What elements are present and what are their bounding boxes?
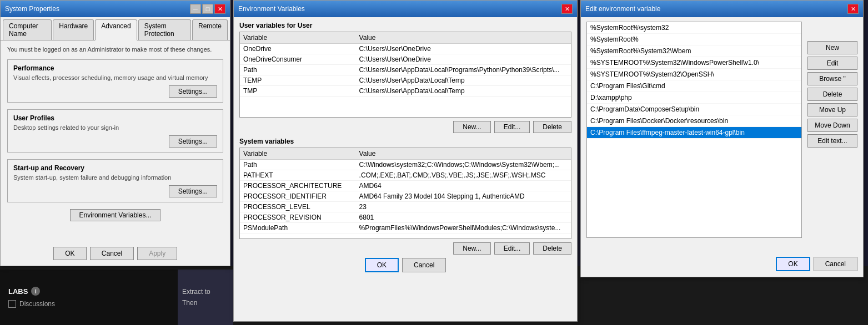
user-vars-new-button[interactable]: New... <box>453 121 490 133</box>
edit-env-list-container[interactable]: %SystemRoot%\system32%SystemRoot%%System… <box>586 22 802 238</box>
edit-env-dialog: Edit environment variable ✕ %SystemRoot%… <box>580 0 864 277</box>
list-item[interactable]: %SystemRoot%\System32\Wbem <box>587 45 801 57</box>
system-props-apply-button[interactable]: Apply <box>137 247 177 260</box>
user-vars-col-value: Value <box>356 32 571 44</box>
list-item[interactable]: C:\Program Files\Git\cmd <box>587 80 801 92</box>
maximize-button[interactable]: □ <box>202 4 213 14</box>
sys-vars-col-value: Value <box>356 148 571 160</box>
table-row[interactable]: TMPC:\Users\User\AppData\Local\Temp <box>240 86 571 97</box>
table-row[interactable]: OneDriveC:\Users\User\OneDrive <box>240 44 571 54</box>
tab-system-protection[interactable]: System Protection <box>138 19 191 40</box>
cell-value: C:\Users\User\AppData\Local\Temp <box>356 75 571 86</box>
close-button[interactable]: ✕ <box>214 4 225 14</box>
sys-vars-edit-button[interactable]: Edit... <box>494 242 530 255</box>
env-vars-dialog: Environment Variables ✕ User variables f… <box>233 0 578 322</box>
table-row[interactable]: TEMPC:\Users\User\AppData\Local\Temp <box>240 75 571 86</box>
edit-env-titlebar-buttons: ✕ <box>847 4 859 14</box>
edit-env-delete-button[interactable]: Delete <box>807 88 857 101</box>
user-profiles-desc: Desktop settings related to your sign-in <box>13 124 217 131</box>
table-row[interactable]: PathC:\Users\User\AppData\Local\Programs… <box>240 65 571 75</box>
table-row[interactable]: PROCESSOR_IDENTIFIERAMD64 Family 23 Mode… <box>240 191 571 202</box>
system-props-cancel-button[interactable]: Cancel <box>90 247 134 260</box>
labs-info-icon: i <box>31 287 40 296</box>
user-profiles-section: User Profiles Desktop settings related t… <box>7 109 223 153</box>
system-props-ok-button[interactable]: OK <box>53 247 87 260</box>
sys-vars-table-container: Variable Value PathC:\Windows\system32;C… <box>239 148 571 239</box>
startup-recovery-title: Start-up and Recovery <box>13 164 217 172</box>
performance-desc: Visual effects, processor scheduling, me… <box>13 74 217 81</box>
user-profiles-settings-button[interactable]: Settings... <box>169 135 217 148</box>
list-item[interactable]: D:\xampp\php <box>587 92 801 104</box>
list-item[interactable]: C:\Program Files\ffmpeg-master-latest-wi… <box>587 127 801 139</box>
sys-vars-buttons: New... Edit... Delete <box>239 242 571 255</box>
table-row[interactable]: PROCESSOR_LEVEL23 <box>240 202 571 212</box>
edit-env-list: %SystemRoot%\system32%SystemRoot%%System… <box>587 22 801 139</box>
cell-value: %ProgramFiles%\WindowsPowerShell\Modules… <box>356 223 571 233</box>
table-row[interactable]: PATHEXT.COM;.EXE;.BAT;.CMD;.VBS;.VBE;.JS… <box>240 170 571 181</box>
performance-settings-button[interactable]: Settings... <box>169 85 217 98</box>
edit-env-browse-button[interactable]: Browse " <box>807 72 857 85</box>
cell-variable: Path <box>240 65 356 75</box>
startup-recovery-section: Start-up and Recovery System start-up, s… <box>7 159 223 202</box>
startup-recovery-settings-button[interactable]: Settings... <box>169 185 217 197</box>
edit-env-ok-button[interactable]: OK <box>776 257 810 271</box>
cell-variable: OneDrive <box>240 44 356 54</box>
edit-env-close-button[interactable]: ✕ <box>847 4 859 14</box>
cell-value: .COM;.EXE;.BAT;.CMD;.VBS;.VBE;.JS;.JSE;.… <box>356 170 571 181</box>
list-item[interactable]: %SYSTEMROOT%\System32\OpenSSH\ <box>587 69 801 80</box>
list-item[interactable]: %SystemRoot% <box>587 34 801 45</box>
cell-variable: PSModulePath <box>240 223 356 233</box>
env-vars-close-button[interactable]: ✕ <box>561 4 573 14</box>
cell-variable: TEMP <box>240 75 356 86</box>
labs-label: LABS <box>8 287 28 296</box>
edit-env-title: Edit environment variable <box>585 5 660 13</box>
cell-variable: PROCESSOR_ARCHITECTURE <box>240 181 356 191</box>
edit-env-new-button[interactable]: New <box>807 41 857 54</box>
env-vars-ok-button[interactable]: OK <box>365 258 399 272</box>
edit-env-cancel-button[interactable]: Cancel <box>814 257 857 271</box>
env-vars-cancel-button[interactable]: Cancel <box>402 258 446 272</box>
sys-vars-table: Variable Value PathC:\Windows\system32;C… <box>240 148 571 233</box>
cell-variable: PROCESSOR_IDENTIFIER <box>240 191 356 202</box>
cell-variable: OneDriveConsumer <box>240 54 356 65</box>
edit-env-content: %SystemRoot%\system32%SystemRoot%%System… <box>581 22 863 238</box>
discussions-item[interactable]: Discussions <box>8 300 169 308</box>
edit-env-move-down-button[interactable]: Move Down <box>807 119 857 132</box>
list-item[interactable]: C:\Program Files\Docker\Docker\resources… <box>587 115 801 127</box>
user-vars-table: Variable Value OneDriveC:\Users\User\One… <box>240 32 571 97</box>
table-row[interactable]: PSModulePath%ProgramFiles%\WindowsPowerS… <box>240 223 571 233</box>
startup-recovery-desc: System start-up, system failure and debu… <box>13 174 217 181</box>
cell-value: C:\Users\User\OneDrive <box>356 44 571 54</box>
warning-text: You must be logged on as an Administrato… <box>7 46 223 53</box>
env-vars-container: Environment Variables... <box>7 209 223 221</box>
env-vars-button[interactable]: Environment Variables... <box>70 209 161 221</box>
list-item[interactable]: %SYSTEMROOT%\System32\WindowsPowerShell\… <box>587 57 801 69</box>
tab-computer-name[interactable]: Computer Name <box>3 19 52 40</box>
cell-variable: TMP <box>240 86 356 97</box>
table-row[interactable]: PROCESSOR_REVISION6801 <box>240 212 571 223</box>
edit-env-action-buttons: New Edit Browse " Delete Move Up Move Do… <box>807 41 857 148</box>
list-item[interactable]: %SystemRoot%\system32 <box>587 22 801 34</box>
list-item[interactable]: C:\ProgramData\ComposerSetup\bin <box>587 104 801 115</box>
performance-section: Performance Visual effects, processor sc… <box>7 59 223 103</box>
edit-env-move-up-button[interactable]: Move Up <box>807 103 857 116</box>
discussions-label: Discussions <box>19 300 55 308</box>
tab-remote[interactable]: Remote <box>192 19 228 40</box>
edit-env-edit-button[interactable]: Edit <box>807 57 857 70</box>
sys-vars-new-button[interactable]: New... <box>453 242 490 255</box>
sys-vars-delete-button[interactable]: Delete <box>533 242 571 255</box>
user-vars-edit-button[interactable]: Edit... <box>494 121 530 133</box>
cell-value: AMD64 Family 23 Model 104 Stepping 1, Au… <box>356 191 571 202</box>
system-props-dialog: System Properties ─ □ ✕ Computer Name Ha… <box>0 0 230 266</box>
cell-value: 6801 <box>356 212 571 223</box>
env-vars-titlebar-buttons: ✕ <box>561 4 573 14</box>
minimize-button[interactable]: ─ <box>190 4 201 14</box>
table-row[interactable]: PathC:\Windows\system32;C:\Windows;C:\Wi… <box>240 160 571 170</box>
table-row[interactable]: PROCESSOR_ARCHITECTUREAMD64 <box>240 181 571 191</box>
user-vars-delete-button[interactable]: Delete <box>533 121 571 133</box>
edit-env-edit-text-button[interactable]: Edit text... <box>807 134 857 148</box>
tab-advanced[interactable]: Advanced <box>95 19 137 40</box>
performance-title: Performance <box>13 64 217 72</box>
table-row[interactable]: OneDriveConsumerC:\Users\User\OneDrive <box>240 54 571 65</box>
tab-hardware[interactable]: Hardware <box>53 19 94 40</box>
